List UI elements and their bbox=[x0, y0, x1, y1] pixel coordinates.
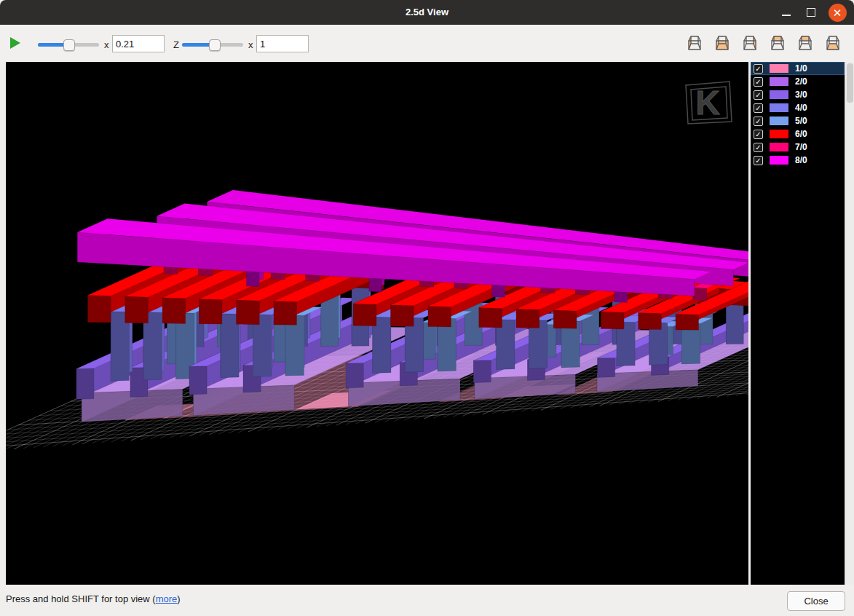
layer-row-3-0[interactable]: ✓3/0 bbox=[751, 88, 845, 101]
layer-row-4-0[interactable]: ✓4/0 bbox=[751, 101, 845, 114]
maximize-button[interactable] bbox=[799, 0, 823, 25]
toolbar: x Z x bbox=[0, 25, 854, 61]
layer-name: 8/0 bbox=[795, 155, 807, 165]
layer-color-swatch bbox=[770, 103, 788, 112]
layer-visibility-checkbox[interactable]: ✓ bbox=[754, 64, 763, 74]
view-top-cube-icon bbox=[769, 34, 786, 52]
close-icon: ✕ bbox=[829, 4, 847, 22]
maximize-icon bbox=[807, 8, 815, 17]
layer-row-6-0[interactable]: ✓6/0 bbox=[751, 127, 845, 141]
layer-visibility-checkbox[interactable]: ✓ bbox=[754, 103, 763, 113]
layer-row-2-0[interactable]: ✓2/0 bbox=[751, 75, 845, 88]
layer-visibility-checkbox[interactable]: ✓ bbox=[754, 90, 763, 100]
layer-name: 1/0 bbox=[795, 63, 807, 74]
view-left-cube-icon bbox=[686, 34, 703, 52]
play-button[interactable] bbox=[10, 37, 20, 49]
z-scale-x-label: x bbox=[248, 39, 253, 50]
z-label: Z bbox=[173, 39, 179, 50]
layer-color-swatch bbox=[770, 143, 788, 151]
main-area: K ✓1/0✓2/0✓3/0✓4/0✓5/0✓6/0✓7/0✓8/0 bbox=[0, 61, 854, 585]
view-right-cube-icon bbox=[741, 34, 759, 52]
z-scale-input[interactable] bbox=[256, 35, 309, 52]
3d-viewport[interactable]: K bbox=[6, 62, 748, 585]
layer-list-scrollbar[interactable] bbox=[845, 62, 854, 585]
x-scale-label: x bbox=[104, 39, 109, 50]
z-scale-slider[interactable] bbox=[182, 43, 243, 47]
layer-visibility-checkbox[interactable]: ✓ bbox=[754, 130, 763, 139]
layer-name: 3/0 bbox=[795, 90, 807, 100]
3d-scene: K bbox=[6, 62, 748, 585]
z-scale-slider-handle[interactable] bbox=[209, 39, 221, 51]
view-right-button[interactable] bbox=[740, 34, 759, 53]
layer-color-swatch bbox=[770, 130, 788, 138]
view-front-cube-icon bbox=[713, 34, 731, 52]
layer-visibility-checkbox[interactable]: ✓ bbox=[754, 77, 763, 87]
layer-color-swatch bbox=[770, 90, 788, 99]
more-link[interactable]: more bbox=[156, 593, 178, 604]
layer-color-swatch bbox=[770, 64, 788, 73]
layer-color-swatch bbox=[770, 77, 788, 86]
minimize-button[interactable] bbox=[774, 0, 799, 25]
view-top-button[interactable] bbox=[768, 34, 787, 53]
titlebar[interactable]: 2.5d View ✕ bbox=[0, 0, 854, 25]
view-back-cube-icon bbox=[796, 34, 814, 52]
view-back-button[interactable] bbox=[796, 34, 815, 53]
close-dialog-button[interactable]: Close bbox=[787, 591, 845, 611]
x-scale-slider-handle[interactable] bbox=[63, 39, 75, 51]
layer-visibility-checkbox[interactable]: ✓ bbox=[754, 156, 763, 165]
layer-list: ✓1/0✓2/0✓3/0✓4/0✓5/0✓6/0✓7/0✓8/0 bbox=[751, 62, 845, 585]
layer-visibility-checkbox[interactable]: ✓ bbox=[754, 117, 763, 126]
layer-name: 5/0 bbox=[795, 116, 807, 126]
close-window-button[interactable]: ✕ bbox=[825, 0, 850, 25]
layer-row-7-0[interactable]: ✓7/0 bbox=[751, 141, 845, 154]
view-bottom-button[interactable] bbox=[823, 34, 842, 53]
layer-row-5-0[interactable]: ✓5/0 bbox=[751, 114, 845, 127]
statusbar: Press and hold SHIFT for top view (more)… bbox=[0, 585, 854, 616]
svg-text:K: K bbox=[695, 84, 719, 122]
layer-name: 4/0 bbox=[795, 103, 807, 113]
layer-name: 7/0 bbox=[795, 142, 807, 152]
layer-color-swatch bbox=[770, 117, 788, 125]
layer-color-swatch bbox=[770, 156, 788, 165]
status-hint: Press and hold SHIFT for top view (more) bbox=[6, 593, 181, 604]
scrollbar-thumb[interactable] bbox=[847, 63, 853, 103]
layer-row-8-0[interactable]: ✓8/0 bbox=[751, 154, 845, 167]
status-hint-suffix: ) bbox=[177, 593, 180, 604]
layer-visibility-checkbox[interactable]: ✓ bbox=[754, 143, 763, 152]
view-front-button[interactable] bbox=[713, 34, 732, 53]
layer-row-1-0[interactable]: ✓1/0 bbox=[751, 62, 845, 75]
view-left-button[interactable] bbox=[685, 34, 704, 53]
layer-name: 2/0 bbox=[795, 76, 807, 87]
window-title: 2.5d View bbox=[0, 0, 854, 25]
view-bottom-cube-icon bbox=[824, 34, 842, 52]
x-scale-input[interactable] bbox=[112, 35, 165, 52]
status-hint-prefix: Press and hold SHIFT for top view ( bbox=[6, 593, 156, 604]
layer-name: 6/0 bbox=[795, 129, 807, 139]
minimize-icon bbox=[782, 15, 791, 16]
x-scale-slider[interactable] bbox=[38, 43, 99, 47]
25d-view-window: 2.5d View ✕ x Z x K ✓1/0✓2/ bbox=[0, 0, 854, 616]
